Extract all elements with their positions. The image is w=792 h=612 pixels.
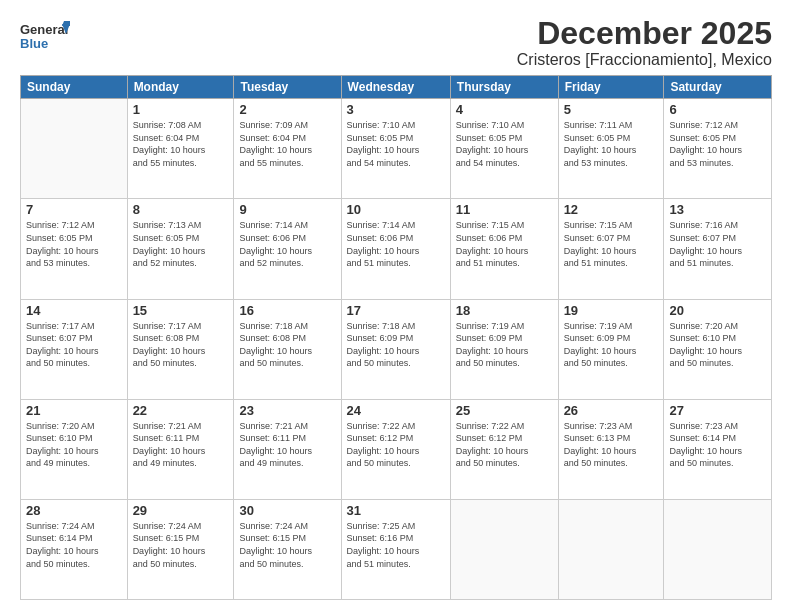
day-number: 15 bbox=[133, 303, 229, 318]
day-number: 18 bbox=[456, 303, 553, 318]
calendar-cell: 11Sunrise: 7:15 AM Sunset: 6:06 PM Dayli… bbox=[450, 199, 558, 299]
calendar-cell: 12Sunrise: 7:15 AM Sunset: 6:07 PM Dayli… bbox=[558, 199, 664, 299]
weekday-header-saturday: Saturday bbox=[664, 76, 772, 99]
day-info: Sunrise: 7:12 AM Sunset: 6:05 PM Dayligh… bbox=[669, 119, 766, 169]
weekday-header-sunday: Sunday bbox=[21, 76, 128, 99]
day-info: Sunrise: 7:12 AM Sunset: 6:05 PM Dayligh… bbox=[26, 219, 122, 269]
day-number: 4 bbox=[456, 102, 553, 117]
day-info: Sunrise: 7:19 AM Sunset: 6:09 PM Dayligh… bbox=[564, 320, 659, 370]
calendar-cell: 10Sunrise: 7:14 AM Sunset: 6:06 PM Dayli… bbox=[341, 199, 450, 299]
title-block: December 2025 Cristeros [Fraccionamiento… bbox=[517, 16, 772, 69]
calendar-cell: 31Sunrise: 7:25 AM Sunset: 6:16 PM Dayli… bbox=[341, 499, 450, 599]
day-number: 20 bbox=[669, 303, 766, 318]
logo: General Blue bbox=[20, 16, 70, 56]
calendar-cell: 28Sunrise: 7:24 AM Sunset: 6:14 PM Dayli… bbox=[21, 499, 128, 599]
calendar-cell: 30Sunrise: 7:24 AM Sunset: 6:15 PM Dayli… bbox=[234, 499, 341, 599]
day-info: Sunrise: 7:09 AM Sunset: 6:04 PM Dayligh… bbox=[239, 119, 335, 169]
svg-text:General: General bbox=[20, 22, 68, 37]
day-number: 10 bbox=[347, 202, 445, 217]
day-number: 23 bbox=[239, 403, 335, 418]
calendar-page: General Blue December 2025 Cristeros [Fr… bbox=[0, 0, 792, 612]
header: General Blue December 2025 Cristeros [Fr… bbox=[20, 16, 772, 69]
calendar-cell: 9Sunrise: 7:14 AM Sunset: 6:06 PM Daylig… bbox=[234, 199, 341, 299]
day-number: 22 bbox=[133, 403, 229, 418]
calendar-cell: 4Sunrise: 7:10 AM Sunset: 6:05 PM Daylig… bbox=[450, 99, 558, 199]
day-number: 21 bbox=[26, 403, 122, 418]
calendar-week-5: 28Sunrise: 7:24 AM Sunset: 6:14 PM Dayli… bbox=[21, 499, 772, 599]
day-number: 19 bbox=[564, 303, 659, 318]
calendar-cell: 5Sunrise: 7:11 AM Sunset: 6:05 PM Daylig… bbox=[558, 99, 664, 199]
calendar-cell: 21Sunrise: 7:20 AM Sunset: 6:10 PM Dayli… bbox=[21, 399, 128, 499]
day-number: 31 bbox=[347, 503, 445, 518]
weekday-header-tuesday: Tuesday bbox=[234, 76, 341, 99]
calendar-cell: 15Sunrise: 7:17 AM Sunset: 6:08 PM Dayli… bbox=[127, 299, 234, 399]
day-info: Sunrise: 7:24 AM Sunset: 6:15 PM Dayligh… bbox=[239, 520, 335, 570]
day-info: Sunrise: 7:23 AM Sunset: 6:14 PM Dayligh… bbox=[669, 420, 766, 470]
day-info: Sunrise: 7:10 AM Sunset: 6:05 PM Dayligh… bbox=[347, 119, 445, 169]
day-info: Sunrise: 7:22 AM Sunset: 6:12 PM Dayligh… bbox=[347, 420, 445, 470]
calendar-cell: 29Sunrise: 7:24 AM Sunset: 6:15 PM Dayli… bbox=[127, 499, 234, 599]
day-info: Sunrise: 7:20 AM Sunset: 6:10 PM Dayligh… bbox=[669, 320, 766, 370]
day-number: 13 bbox=[669, 202, 766, 217]
calendar-cell: 7Sunrise: 7:12 AM Sunset: 6:05 PM Daylig… bbox=[21, 199, 128, 299]
day-info: Sunrise: 7:14 AM Sunset: 6:06 PM Dayligh… bbox=[239, 219, 335, 269]
day-info: Sunrise: 7:21 AM Sunset: 6:11 PM Dayligh… bbox=[239, 420, 335, 470]
day-info: Sunrise: 7:21 AM Sunset: 6:11 PM Dayligh… bbox=[133, 420, 229, 470]
calendar-week-4: 21Sunrise: 7:20 AM Sunset: 6:10 PM Dayli… bbox=[21, 399, 772, 499]
calendar-cell: 3Sunrise: 7:10 AM Sunset: 6:05 PM Daylig… bbox=[341, 99, 450, 199]
day-info: Sunrise: 7:16 AM Sunset: 6:07 PM Dayligh… bbox=[669, 219, 766, 269]
day-info: Sunrise: 7:25 AM Sunset: 6:16 PM Dayligh… bbox=[347, 520, 445, 570]
calendar-cell: 24Sunrise: 7:22 AM Sunset: 6:12 PM Dayli… bbox=[341, 399, 450, 499]
day-info: Sunrise: 7:20 AM Sunset: 6:10 PM Dayligh… bbox=[26, 420, 122, 470]
calendar-cell: 23Sunrise: 7:21 AM Sunset: 6:11 PM Dayli… bbox=[234, 399, 341, 499]
calendar-cell: 8Sunrise: 7:13 AM Sunset: 6:05 PM Daylig… bbox=[127, 199, 234, 299]
month-year-title: December 2025 bbox=[517, 16, 772, 51]
calendar-cell: 17Sunrise: 7:18 AM Sunset: 6:09 PM Dayli… bbox=[341, 299, 450, 399]
day-number: 30 bbox=[239, 503, 335, 518]
day-info: Sunrise: 7:17 AM Sunset: 6:08 PM Dayligh… bbox=[133, 320, 229, 370]
calendar-cell bbox=[558, 499, 664, 599]
calendar-week-1: 1Sunrise: 7:08 AM Sunset: 6:04 PM Daylig… bbox=[21, 99, 772, 199]
calendar-cell: 13Sunrise: 7:16 AM Sunset: 6:07 PM Dayli… bbox=[664, 199, 772, 299]
day-number: 24 bbox=[347, 403, 445, 418]
day-info: Sunrise: 7:24 AM Sunset: 6:14 PM Dayligh… bbox=[26, 520, 122, 570]
day-number: 29 bbox=[133, 503, 229, 518]
day-info: Sunrise: 7:24 AM Sunset: 6:15 PM Dayligh… bbox=[133, 520, 229, 570]
day-info: Sunrise: 7:17 AM Sunset: 6:07 PM Dayligh… bbox=[26, 320, 122, 370]
day-number: 25 bbox=[456, 403, 553, 418]
day-number: 5 bbox=[564, 102, 659, 117]
day-number: 16 bbox=[239, 303, 335, 318]
weekday-header-monday: Monday bbox=[127, 76, 234, 99]
day-info: Sunrise: 7:23 AM Sunset: 6:13 PM Dayligh… bbox=[564, 420, 659, 470]
day-number: 6 bbox=[669, 102, 766, 117]
calendar-week-2: 7Sunrise: 7:12 AM Sunset: 6:05 PM Daylig… bbox=[21, 199, 772, 299]
day-number: 28 bbox=[26, 503, 122, 518]
calendar-cell: 1Sunrise: 7:08 AM Sunset: 6:04 PM Daylig… bbox=[127, 99, 234, 199]
day-number: 12 bbox=[564, 202, 659, 217]
calendar-cell bbox=[450, 499, 558, 599]
calendar-cell: 26Sunrise: 7:23 AM Sunset: 6:13 PM Dayli… bbox=[558, 399, 664, 499]
calendar-cell: 20Sunrise: 7:20 AM Sunset: 6:10 PM Dayli… bbox=[664, 299, 772, 399]
day-number: 9 bbox=[239, 202, 335, 217]
calendar-cell: 27Sunrise: 7:23 AM Sunset: 6:14 PM Dayli… bbox=[664, 399, 772, 499]
day-info: Sunrise: 7:18 AM Sunset: 6:09 PM Dayligh… bbox=[347, 320, 445, 370]
calendar-week-3: 14Sunrise: 7:17 AM Sunset: 6:07 PM Dayli… bbox=[21, 299, 772, 399]
calendar-cell bbox=[664, 499, 772, 599]
day-number: 2 bbox=[239, 102, 335, 117]
calendar-cell: 18Sunrise: 7:19 AM Sunset: 6:09 PM Dayli… bbox=[450, 299, 558, 399]
calendar-cell bbox=[21, 99, 128, 199]
calendar-cell: 19Sunrise: 7:19 AM Sunset: 6:09 PM Dayli… bbox=[558, 299, 664, 399]
day-number: 1 bbox=[133, 102, 229, 117]
day-number: 7 bbox=[26, 202, 122, 217]
day-info: Sunrise: 7:08 AM Sunset: 6:04 PM Dayligh… bbox=[133, 119, 229, 169]
weekday-header-row: SundayMondayTuesdayWednesdayThursdayFrid… bbox=[21, 76, 772, 99]
calendar-table: SundayMondayTuesdayWednesdayThursdayFrid… bbox=[20, 75, 772, 600]
weekday-header-thursday: Thursday bbox=[450, 76, 558, 99]
day-number: 17 bbox=[347, 303, 445, 318]
day-info: Sunrise: 7:18 AM Sunset: 6:08 PM Dayligh… bbox=[239, 320, 335, 370]
day-info: Sunrise: 7:13 AM Sunset: 6:05 PM Dayligh… bbox=[133, 219, 229, 269]
calendar-cell: 16Sunrise: 7:18 AM Sunset: 6:08 PM Dayli… bbox=[234, 299, 341, 399]
day-number: 11 bbox=[456, 202, 553, 217]
day-info: Sunrise: 7:15 AM Sunset: 6:07 PM Dayligh… bbox=[564, 219, 659, 269]
day-info: Sunrise: 7:14 AM Sunset: 6:06 PM Dayligh… bbox=[347, 219, 445, 269]
